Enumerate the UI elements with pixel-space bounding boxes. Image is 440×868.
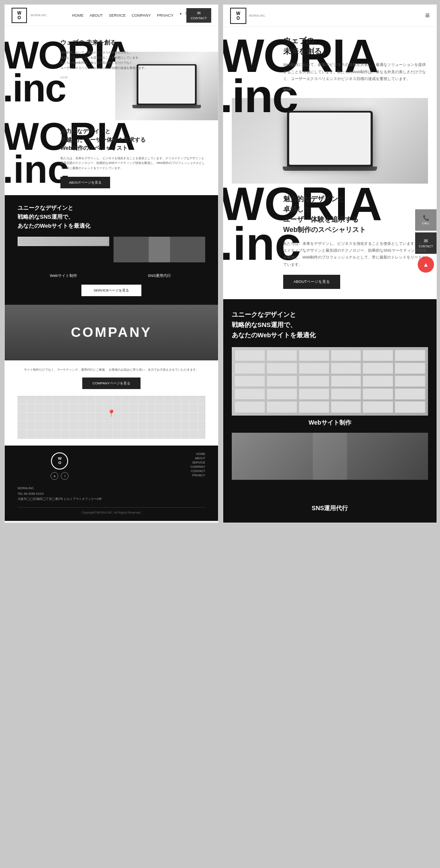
footer-nav-company[interactable]: COMPANY [190,465,205,468]
map-area: 📍 [18,396,205,439]
wire-item [42,240,63,241]
wire-item [331,363,362,374]
service-card-sns-image [114,237,205,271]
wire-item [362,375,393,387]
footer-nav-home[interactable]: HOME [190,452,205,455]
mobile-about-section: WORIA .inc 魅力的なデザインと 卓越した ユーザー体験を追求する We… [223,184,437,299]
mobile-hero: WORIA .inc ウェブの 未来を創る。 Web制作において、顧客のビジネス… [223,27,437,184]
desktop-hero-description: Web制作において、顧客のビジネスの目標を共有し、最適なソリューションを提供する… [60,50,155,71]
wire-item [234,375,265,387]
desktop-footer: W O ● f WORIA.INC. TEL 06-4256-XXXX 大阪市◯… [5,446,218,521]
wire-item [64,240,85,241]
desktop-black-section: ユニークなデザインと戦略的なSNS運用で、あなたのWebサイトを最適化 [5,195,218,304]
wire-item [266,401,297,413]
desktop-screenshot: W O WORIA.INC. HOME ABOUT SERVICE COMPAN… [4,4,219,523]
wire-item [299,401,329,413]
laptop-base [132,105,201,108]
footer-nav-service[interactable]: SERVICE [190,461,205,464]
footer-nav: HOME ABOUT SERVICE COMPANY CONTACT PRIVA… [190,452,205,502]
desktop-hero: WORIA .inc ウェブの 未来を創る。 Web制作において、顧客のビジネス… [5,26,218,120]
footer-nav-about[interactable]: ABOUT [190,457,205,460]
mobile-sns-image [232,433,428,480]
service-button[interactable]: SERVICEページを見る [81,285,141,296]
footer-address: 大阪市◯◯区梅田◯丁目◯番2号 ビルトアウトオフィス〜19F [18,496,102,502]
mobile-about-button[interactable]: ABOUTページを見る [283,275,340,289]
footer-tel: TEL 06-4256-XXXX [18,491,102,497]
mobile-black-section: ユニークなデザインと 戦略的なSNS運用で、 あなたのWebサイトを最適化 [223,299,437,523]
wire-item [42,242,63,243]
wire-item [86,238,108,239]
mobile-logo-top: W [236,11,240,16]
wire-item [362,388,393,400]
wireframe-grid [18,237,109,246]
wire-item [395,350,425,361]
footer-nav-privacy[interactable]: PRIVACY [190,474,205,477]
wire-item [362,401,393,413]
footer-facebook-icon[interactable]: f [61,472,69,480]
company-button[interactable]: COMPANYページを見る [82,378,141,389]
mobile-brand: WORIA.INC. [249,14,266,17]
mobile-hero-description: Web制作において、顧客のビジネスの目標を共有し、最適なソリューションを提供する… [283,61,428,82]
wire-item [234,350,265,361]
service-card-sns: SNS運用代行 [114,237,205,279]
about-button[interactable]: ABOUTページを見る [60,177,110,188]
wire-item [395,363,425,374]
wire-item [86,244,108,244]
mobile-laptop-wrapper [283,111,377,171]
wire-item [299,350,329,361]
wire-item [19,244,41,244]
wire-item [86,242,108,243]
footer-logo-area: W O ● f WORIA.INC. TEL 06-4256-XXXX 大阪市◯… [18,452,102,502]
nav-company[interactable]: COMPANY [132,13,151,18]
footer-brand: WORIA.INC. [18,486,102,491]
mobile-service-web-label: Webサイト制作 [232,419,428,427]
service-card-web-label: Webサイト制作 [18,273,109,279]
desktop-service-section: WORIA .inc 魅力的なデザインと卓越した ユーザー体験を追求するWeb制… [5,120,218,195]
logo-bottom: O [18,15,21,20]
contact-label: CONTACT [191,16,207,20]
mobile-about-headline: 魅力的なデザインと 卓越した ユーザー体験を追求する Web制作のスペシャリスト [283,194,428,235]
wire-item [19,240,41,241]
nav-privacy[interactable]: PRIVACY [157,13,174,18]
nav-home[interactable]: HOME [72,13,84,18]
wire-item [64,242,85,243]
twitter-icon[interactable]: ● [180,12,182,16]
desktop-logo: W O [12,8,27,23]
mobile-service-web: Webサイト制作 [232,347,428,427]
footer-nav-contact[interactable]: CONTACT [190,470,205,473]
service-content: 魅力的なデザインと卓越した ユーザー体験を追求するWeb制作のスペシャリスト 私… [18,127,205,188]
wire-item [362,363,393,374]
footer-twitter-icon[interactable]: ● [51,472,58,480]
footer-info: WORIA.INC. TEL 06-4256-XXXX 大阪市◯◯区梅田◯丁目◯… [18,486,102,502]
wire-item [395,375,425,387]
wire-item [362,350,393,361]
contact-button[interactable]: ✉ CONTACT [186,8,211,23]
mobile-headline-line1: ウェブの [283,36,314,45]
footer-logo-bottom: O [58,461,61,465]
mobile-laptop-base [283,166,377,171]
desktop-nav-links: HOME ABOUT SERVICE COMPANY PRIVACY [72,13,174,18]
desktop-hero-headline: ウェブの 未来を創る。 [60,39,205,47]
map-grid [18,396,205,438]
mobile-about-description: 私たちは、未来をデザインし、ビジネスを強化することを使命としています。クリエイテ… [283,240,428,268]
nav-service[interactable]: SERVICE [109,13,126,18]
service-headline: 魅力的なデザインと卓越した ユーザー体験を追求するWeb制作のスペシャリスト [60,127,205,152]
service-card-sns-label: SNS運用代行 [114,273,205,279]
company-overlay: COMPANY [5,305,218,360]
wire-item [266,363,297,374]
mobile-service-sns-label: SNS運用代行 [232,505,428,512]
wire-item [234,363,265,374]
mobile-service-web-image [232,347,428,416]
mobile-hero-content: ウェブの 未来を創る。 Web制作において、顧客のビジネスの目標を共有し、最適な… [232,36,428,91]
service-card-web: Webサイト制作 [18,237,109,279]
wire-item [331,375,362,387]
company-description: サイト制作だけでなく、マーケティング、運用代行にご家族、 お客様のお悩みに寄り添… [18,367,205,373]
nav-about[interactable]: ABOUT [90,13,103,18]
mobile-laptop-shape [287,111,373,166]
wire-item [331,401,362,413]
service-cards: Webサイト制作 SNS運用代行 [18,237,205,279]
mobile-nav: W O WORIA.INC. ≡ [223,5,437,27]
wire-item [19,242,41,243]
wire-item [331,350,362,361]
hamburger-icon[interactable]: ≡ [425,11,430,20]
